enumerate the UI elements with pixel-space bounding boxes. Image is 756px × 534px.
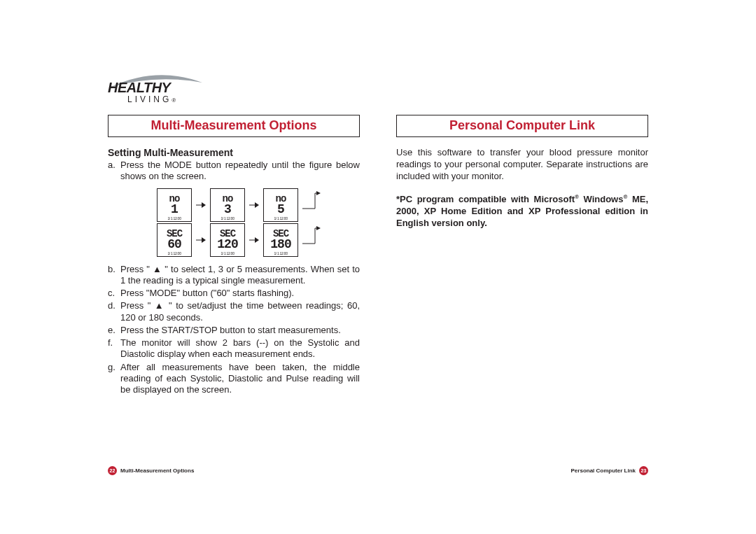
lcd-value: 60 <box>167 238 181 251</box>
step-label: b. <box>108 264 115 275</box>
footer-label: Personal Computer Link <box>571 468 636 474</box>
lcd-date: 1/ 1 12:00 <box>220 251 234 255</box>
footer-left: 22 Multi-Measurement Options <box>108 466 194 475</box>
page-number-badge: 23 <box>639 466 648 475</box>
lcd-row-2: SEC 60 1/ 1 12:00 SEC 120 1/ 1 12:00 SEC… <box>157 223 318 257</box>
lcd-cell: no 1 1/ 1 12:00 <box>157 188 192 222</box>
arrow-right-icon <box>249 202 259 209</box>
step-g: g.After all measurements have been taken… <box>108 362 360 396</box>
lcd-illustration: no 1 1/ 1 12:00 no 3 1/ 1 12:00 no 5 1/ … <box>157 188 318 257</box>
svg-marker-6 <box>202 237 206 243</box>
right-column: Personal Computer Link Use this software… <box>396 115 648 230</box>
step-text: The monitor will show 2 bars (--) on the… <box>120 337 360 359</box>
registered-icon: ® <box>172 97 178 104</box>
lcd-date: 1/ 1 12:00 <box>167 216 181 220</box>
step-label: d. <box>108 300 115 311</box>
lcd-date: 1/ 1 12:00 <box>220 216 234 220</box>
step-label: e. <box>108 325 115 336</box>
svg-marker-3 <box>255 202 259 208</box>
svg-marker-1 <box>202 202 206 208</box>
lcd-value: 5 <box>277 203 284 216</box>
section-title-right: Personal Computer Link <box>396 115 648 137</box>
page: HEALTHY LIVING® Multi-Measurement Option… <box>0 0 756 534</box>
section-title-left: Multi-Measurement Options <box>108 115 360 137</box>
step-label: a. <box>108 160 115 171</box>
subheading: Setting Multi-Measurement <box>108 147 360 158</box>
lcd-value: 180 <box>270 238 290 251</box>
step-b: b.Press " ▲ " to select 1, 3 or 5 measur… <box>108 264 360 287</box>
note-part: Windows <box>579 194 623 204</box>
lcd-cell: no 3 1/ 1 12:00 <box>210 188 245 222</box>
steps-list-top: a. Press the MODE button repeatedly unti… <box>108 160 360 183</box>
arrow-right-icon <box>196 202 206 209</box>
svg-marker-4 <box>316 191 321 195</box>
arrow-right-icon <box>196 237 206 244</box>
step-label: g. <box>108 362 115 373</box>
svg-marker-9 <box>316 226 321 230</box>
step-text: Press "MODE" button ("60" starts flashin… <box>120 288 294 298</box>
lcd-cell: SEC 120 1/ 1 12:00 <box>210 223 245 257</box>
logo-line2: LIVING® <box>127 94 206 104</box>
lcd-cell: SEC 60 1/ 1 12:00 <box>157 223 192 257</box>
step-a: a. Press the MODE button repeatedly unti… <box>108 160 360 183</box>
lcd-date: 1/ 1 12:00 <box>167 251 181 255</box>
step-c: c.Press "MODE" button ("60" starts flash… <box>108 288 360 299</box>
intro-text: Use this software to transfer your blood… <box>396 147 648 183</box>
steps-list-bottom: b.Press " ▲ " to select 1, 3 or 5 measur… <box>108 264 360 396</box>
arrow-right-icon <box>249 237 259 244</box>
step-label: c. <box>108 288 115 299</box>
lcd-cell: no 5 1/ 1 12:00 <box>263 188 298 222</box>
step-text: Press " ▲ " to select 1, 3 or 5 measurem… <box>120 264 360 286</box>
step-text: Press the MODE button repeatedly until t… <box>120 160 360 181</box>
step-text: Press " ▲ " to set/adjust the time betwe… <box>120 300 360 322</box>
page-number-badge: 22 <box>108 466 117 475</box>
brand-logo: HEALTHY LIVING® <box>108 73 206 104</box>
lcd-value: 3 <box>224 203 231 216</box>
step-text: After all measurements have been taken, … <box>120 362 360 395</box>
logo-line1: HEALTHY <box>108 80 206 96</box>
note-part: *PC program compatible with Microsoft <box>396 194 575 204</box>
compatibility-note: *PC program compatible with Microsoft® W… <box>396 194 648 230</box>
step-f: f.The monitor will show 2 bars (--) on t… <box>108 337 360 360</box>
left-column: Multi-Measurement Options Setting Multi-… <box>108 115 360 397</box>
svg-marker-8 <box>255 237 259 243</box>
lcd-value: 120 <box>217 238 237 251</box>
lcd-row-1: no 1 1/ 1 12:00 no 3 1/ 1 12:00 no 5 1/ … <box>157 188 318 222</box>
step-d: d.Press " ▲ " to set/adjust the time bet… <box>108 300 360 323</box>
lcd-cell: SEC 180 1/ 1 12:00 <box>263 223 298 257</box>
step-text: Press the START/STOP button to start mea… <box>120 325 341 335</box>
lcd-value: 1 <box>171 203 178 216</box>
lcd-date: 1/ 1 12:00 <box>274 216 287 220</box>
footer-right: Personal Computer Link 23 <box>564 466 648 475</box>
lcd-date: 1/ 1 12:00 <box>274 251 287 255</box>
footer-label: Multi-Measurement Options <box>120 468 194 474</box>
logo-line2-text: LIVING <box>127 94 172 104</box>
step-label: f. <box>108 337 113 349</box>
step-e: e.Press the START/STOP button to start m… <box>108 325 360 336</box>
